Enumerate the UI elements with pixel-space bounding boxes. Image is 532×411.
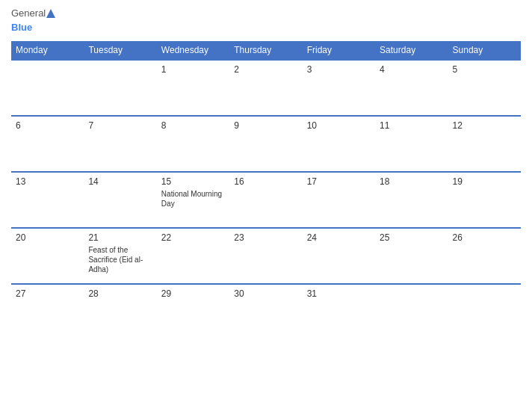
day-number: 26 xyxy=(453,232,516,243)
day-number: 5 xyxy=(453,64,516,75)
weekday-header-sunday: Sunday xyxy=(448,41,521,60)
page: GeneralBlue MondayTuesdayWednesdayThursd… xyxy=(0,0,532,411)
weekday-header-tuesday: Tuesday xyxy=(84,41,156,60)
week-row-1: 6789101112 xyxy=(11,116,521,172)
weekday-header-row: MondayTuesdayWednesdayThursdayFridaySatu… xyxy=(11,41,521,60)
calendar-cell: 15National Mourning Day xyxy=(157,172,229,228)
calendar-cell: 24 xyxy=(303,228,375,284)
weekday-header-thursday: Thursday xyxy=(229,41,302,60)
day-number: 31 xyxy=(307,288,371,299)
calendar-cell: 22 xyxy=(157,228,229,284)
calendar-cell: 30 xyxy=(229,284,302,340)
event-label: National Mourning Day xyxy=(161,189,225,208)
calendar-cell: 4 xyxy=(375,60,448,116)
logo-triangle-icon xyxy=(46,8,56,19)
day-number: 14 xyxy=(88,176,152,187)
calendar-cell: 20 xyxy=(11,228,84,284)
calendar-cell: 5 xyxy=(448,60,521,116)
calendar-cell: 9 xyxy=(229,116,302,172)
day-number: 13 xyxy=(16,176,79,187)
event-label: Feast of the Sacrifice (Eid al-Adha) xyxy=(88,245,152,274)
day-number: 2 xyxy=(234,64,297,75)
weekday-header-monday: Monday xyxy=(11,41,84,60)
week-row-3: 2021Feast of the Sacrifice (Eid al-Adha)… xyxy=(11,228,521,284)
day-number: 12 xyxy=(453,120,516,131)
logo-general-text: General xyxy=(11,7,46,19)
header: GeneralBlue xyxy=(11,7,521,34)
week-row-4: 2728293031 xyxy=(11,284,521,340)
day-number: 20 xyxy=(16,232,79,243)
day-number: 19 xyxy=(453,176,516,187)
calendar-cell: 26 xyxy=(448,228,521,284)
calendar-cell: 28 xyxy=(84,284,156,340)
calendar-cell: 14 xyxy=(84,172,156,228)
calendar-cell: 10 xyxy=(303,116,375,172)
day-number: 21 xyxy=(88,232,152,243)
calendar-table: MondayTuesdayWednesdayThursdayFridaySatu… xyxy=(11,41,521,340)
day-number: 16 xyxy=(234,176,297,187)
calendar-cell: 16 xyxy=(229,172,302,228)
weekday-header-saturday: Saturday xyxy=(375,41,448,60)
calendar-cell: 12 xyxy=(448,116,521,172)
calendar-cell: 13 xyxy=(11,172,84,228)
day-number: 28 xyxy=(88,288,152,299)
day-number: 25 xyxy=(380,232,443,243)
week-row-0: 12345 xyxy=(11,60,521,116)
calendar-cell xyxy=(84,60,156,116)
calendar-cell: 3 xyxy=(303,60,375,116)
day-number: 1 xyxy=(161,64,225,75)
day-number: 17 xyxy=(307,176,371,187)
week-row-2: 131415National Mourning Day16171819 xyxy=(11,172,521,228)
calendar-cell: 27 xyxy=(11,284,84,340)
calendar-cell: 21Feast of the Sacrifice (Eid al-Adha) xyxy=(84,228,156,284)
logo-blue-text: Blue xyxy=(11,22,32,33)
day-number: 24 xyxy=(307,232,371,243)
calendar-cell: 29 xyxy=(157,284,229,340)
day-number: 8 xyxy=(161,120,225,131)
day-number: 11 xyxy=(380,120,443,131)
day-number: 27 xyxy=(16,288,79,299)
calendar-cell: 1 xyxy=(157,60,229,116)
weekday-header-wednesday: Wednesday xyxy=(157,41,229,60)
day-number: 18 xyxy=(380,176,443,187)
calendar-cell: 23 xyxy=(229,228,302,284)
calendar-cell: 18 xyxy=(375,172,448,228)
day-number: 10 xyxy=(307,120,371,131)
day-number: 23 xyxy=(234,232,297,243)
calendar-cell xyxy=(375,284,448,340)
calendar-cell: 19 xyxy=(448,172,521,228)
calendar-cell: 6 xyxy=(11,116,84,172)
day-number: 22 xyxy=(161,232,225,243)
calendar-cell xyxy=(11,60,84,116)
logo: GeneralBlue xyxy=(11,7,56,34)
calendar-cell xyxy=(448,284,521,340)
day-number: 9 xyxy=(234,120,297,131)
calendar-cell: 7 xyxy=(84,116,156,172)
day-number: 30 xyxy=(234,288,297,299)
weekday-header-friday: Friday xyxy=(303,41,375,60)
day-number: 6 xyxy=(16,120,79,131)
calendar-cell: 31 xyxy=(303,284,375,340)
day-number: 7 xyxy=(88,120,152,131)
svg-marker-0 xyxy=(46,9,55,18)
calendar-cell: 2 xyxy=(229,60,302,116)
calendar-cell: 17 xyxy=(303,172,375,228)
calendar-cell: 8 xyxy=(157,116,229,172)
calendar-cell: 11 xyxy=(375,116,448,172)
day-number: 15 xyxy=(161,176,225,187)
day-number: 3 xyxy=(307,64,371,75)
calendar-cell: 25 xyxy=(375,228,448,284)
day-number: 29 xyxy=(161,288,225,299)
day-number: 4 xyxy=(380,64,443,75)
